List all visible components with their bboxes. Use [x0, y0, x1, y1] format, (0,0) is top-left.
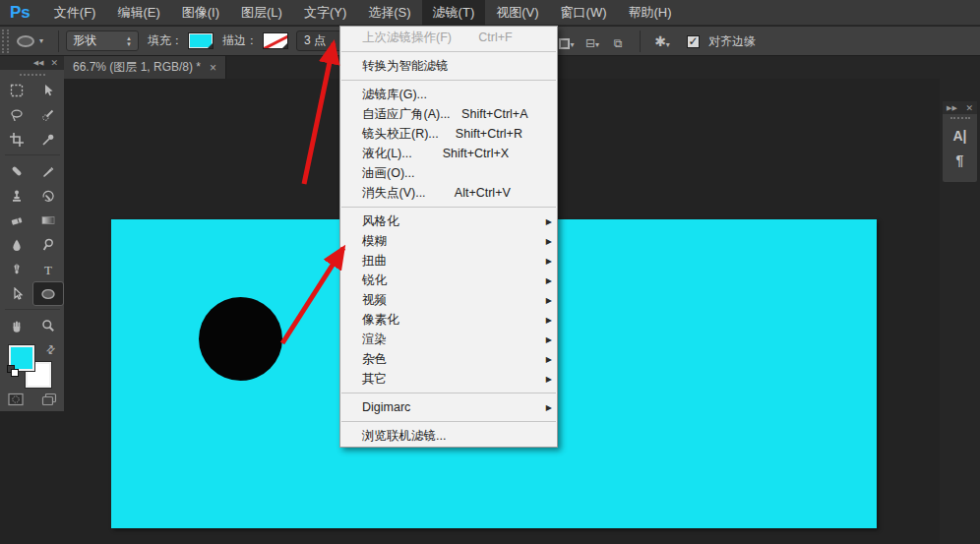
close-tab-icon[interactable]: ×	[210, 61, 216, 75]
menu-separator	[341, 51, 556, 52]
shape-mode-select[interactable]: 形状 ▲▼	[66, 30, 139, 51]
path-arrangement-button[interactable]: ⧉	[607, 31, 629, 51]
collapsed-panel-dock: ▶▶ ✕ A| ¶	[943, 101, 977, 182]
menu-file[interactable]: 文件(F)	[43, 0, 107, 26]
menu-item-other[interactable]: 其它▶	[340, 369, 557, 389]
clone-stamp-tool[interactable]	[1, 183, 32, 208]
menu-item-browse-filters-online[interactable]: 浏览联机滤镜...	[340, 426, 557, 446]
marquee-tool[interactable]	[1, 78, 32, 102]
menu-item-digimarc[interactable]: Digimarc▶	[340, 397, 557, 417]
chevron-down-icon: ▾	[39, 36, 43, 45]
blur-tool[interactable]	[1, 232, 32, 257]
submenu-arrow-icon: ▶	[539, 217, 552, 226]
fill-label: 填充：	[148, 32, 183, 49]
menu-item-sharpen[interactable]: 锐化▶	[340, 271, 557, 290]
spot-healing-brush-tool[interactable]	[1, 158, 32, 183]
eraser-tool[interactable]	[1, 208, 32, 232]
menu-item-last-filter: 上次滤镜操作(F)Ctrl+F	[340, 28, 557, 47]
document-tab[interactable]: 66.7% (图层 1, RGB/8) * ×	[64, 56, 226, 79]
quick-mask-button[interactable]	[3, 387, 29, 411]
align-edges-checkbox[interactable]: ✓	[687, 35, 700, 48]
right-dock: ▶▶ ✕ A| ¶	[940, 79, 980, 544]
geometry-options-button[interactable]: ✱ ▾	[651, 31, 673, 51]
menu-image[interactable]: 图像(I)	[171, 0, 230, 26]
divider	[640, 30, 641, 52]
menu-item-oil-paint[interactable]: 油画(O)...	[340, 163, 557, 183]
crop-tool[interactable]	[1, 127, 32, 151]
lasso-tool[interactable]	[1, 102, 32, 127]
stroke-label: 描边：	[222, 32, 258, 49]
menu-item-lens-correction[interactable]: 镜头校正(R)...Shift+Ctrl+R	[340, 124, 557, 144]
fill-color-swatch[interactable]	[188, 32, 214, 49]
menu-bar: Ps 文件(F) 编辑(E) 图像(I) 图层(L) 文字(Y) 选择(S) 滤…	[0, 0, 980, 26]
menu-item-filter-gallery[interactable]: 滤镜库(G)...	[340, 85, 557, 104]
history-brush-tool[interactable]	[32, 183, 64, 208]
submenu-arrow-icon: ▶	[539, 257, 552, 266]
menu-separator	[341, 393, 556, 393]
menu-edit[interactable]: 编辑(E)	[106, 0, 170, 26]
type-tool[interactable]: T	[32, 257, 64, 281]
menu-view[interactable]: 视图(V)	[485, 0, 549, 26]
menu-item-convert-smart-filter[interactable]: 转换为智能滤镜	[340, 56, 557, 76]
menu-type[interactable]: 文字(Y)	[293, 0, 357, 26]
menu-window[interactable]: 窗口(W)	[550, 0, 618, 26]
path-operations-button[interactable]: ⊟ ▾	[582, 31, 603, 51]
menu-item-stylize[interactable]: 风格化▶	[340, 212, 557, 231]
menu-item-video[interactable]: 视频▶	[340, 290, 557, 310]
paragraph-panel-button[interactable]: ¶	[956, 152, 964, 168]
close-panel-icon[interactable]: ✕	[50, 58, 58, 68]
menu-item-blur[interactable]: 模糊▶	[340, 231, 557, 251]
eyedropper-tool[interactable]	[32, 127, 64, 151]
pen-tool[interactable]	[1, 257, 32, 281]
menu-item-pixelate[interactable]: 像素化▶	[340, 310, 557, 330]
swatch-corner-icon	[282, 43, 287, 48]
spin-arrows-icon: ▲▼	[126, 35, 132, 47]
menu-item-vanishing-point[interactable]: 消失点(V)...Alt+Ctrl+V	[340, 183, 557, 203]
close-panel-icon[interactable]: ✕	[965, 103, 973, 113]
collapse-panel-icon[interactable]: ◀◀	[33, 59, 44, 67]
menu-filter[interactable]: 滤镜(T)	[422, 0, 486, 26]
menu-item-adaptive-wide-angle[interactable]: 自适应广角(A)...Shift+Ctrl+A	[340, 104, 557, 124]
default-colors-icon[interactable]	[7, 365, 19, 377]
gear-icon: ✱	[654, 33, 666, 49]
brush-tool[interactable]	[32, 158, 64, 183]
menu-item-render[interactable]: 渲染▶	[340, 330, 557, 349]
tool-preset-picker[interactable]: ▾	[9, 35, 51, 47]
zoom-tool[interactable]	[32, 313, 64, 337]
photoshop-logo: Ps	[0, 3, 43, 23]
move-tool[interactable]	[32, 78, 64, 102]
quick-selection-tool[interactable]	[32, 102, 64, 127]
ellipse-tool-icon	[17, 35, 34, 47]
ellipse-tool-selected[interactable]	[32, 281, 64, 306]
tools-panel: T ⇄	[0, 70, 64, 411]
stroke-color-swatch[interactable]	[263, 32, 288, 49]
submenu-arrow-icon: ▶	[539, 403, 552, 412]
character-panel-button[interactable]: A|	[952, 128, 966, 144]
layer-stack-icon: ⧉	[614, 37, 623, 49]
menu-layer[interactable]: 图层(L)	[230, 0, 293, 26]
path-selection-tool[interactable]	[1, 281, 32, 306]
panel-dock-header: ▶▶ ✕	[943, 101, 977, 114]
chevron-down-icon: ▾	[570, 40, 574, 49]
panel-grip[interactable]	[20, 74, 45, 76]
type-tool-glyph: T	[44, 263, 52, 276]
gradient-tool[interactable]	[32, 208, 64, 232]
menu-select[interactable]: 选择(S)	[357, 0, 421, 26]
menu-item-noise[interactable]: 杂色▶	[340, 349, 557, 369]
options-bar-grip[interactable]	[2, 30, 9, 53]
screen-mode-button[interactable]	[36, 387, 62, 411]
expand-panel-icon[interactable]: ▶▶	[947, 104, 957, 112]
chevron-down-icon: ▾	[595, 40, 599, 49]
menu-item-distort[interactable]: 扭曲▶	[340, 251, 557, 271]
submenu-arrow-icon: ▶	[539, 276, 552, 285]
panel-grip[interactable]	[950, 117, 970, 119]
menu-help[interactable]: 帮助(H)	[618, 0, 683, 26]
dodge-tool[interactable]	[32, 232, 64, 257]
menu-item-liquify[interactable]: 液化(L)...Shift+Ctrl+X	[340, 144, 557, 163]
hand-tool[interactable]	[1, 313, 32, 337]
submenu-arrow-icon: ▶	[539, 375, 552, 384]
check-icon: ✓	[688, 34, 698, 48]
shape-dimensions-button[interactable]: ▾	[556, 31, 578, 51]
swap-colors-icon[interactable]: ⇄	[43, 342, 59, 358]
black-circle-shape[interactable]	[199, 297, 282, 381]
